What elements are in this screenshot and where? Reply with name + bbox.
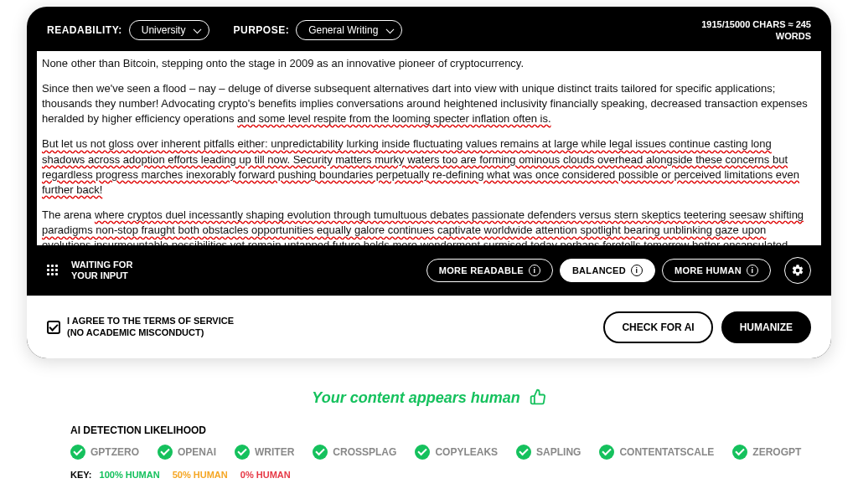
tos-text: I AGREE TO THE TERMS OF SERVICE (NO ACAD… [67, 316, 234, 337]
check-circle-icon [516, 445, 531, 460]
readability-dropdown[interactable]: University [129, 20, 210, 40]
detector-item: OPENAI [158, 445, 216, 460]
paragraph-4: The arena where cryptos duel incessantly… [42, 208, 808, 245]
detector-item: CONTENTATSCALE [599, 445, 714, 460]
detector-item: SAPLING [516, 445, 581, 460]
paragraph-3: But let us not gloss over inherent pitfa… [42, 136, 808, 198]
detector-row: GPTZEROOPENAIWRITERCROSSPLAGCOPYLEAKSSAP… [70, 445, 831, 460]
check-circle-icon [70, 445, 85, 460]
check-circle-icon [158, 445, 173, 460]
mode-toolbar: WAITING FOR YOUR INPUT MORE READABLE i B… [27, 245, 831, 296]
check-circle-icon [313, 445, 328, 460]
top-bar: READABILITY: University PURPOSE: General… [27, 7, 831, 51]
purpose-dropdown[interactable]: General Writing [296, 20, 402, 40]
result-banner: Your content appears human [27, 388, 831, 409]
check-circle-icon [415, 445, 430, 460]
detector-label: SAPLING [536, 446, 581, 458]
detector-item: WRITER [235, 445, 294, 460]
editor-panel: READABILITY: University PURPOSE: General… [27, 7, 831, 358]
detector-item: GPTZERO [70, 445, 139, 460]
more-human-button[interactable]: MORE HUMAN i [662, 259, 771, 282]
detector-label: OPENAI [178, 446, 216, 458]
info-icon: i [747, 265, 758, 276]
status-text: WAITING FOR YOUR INPUT [71, 260, 132, 280]
detector-item: ZEROGPT [732, 445, 801, 460]
footer-bar: I AGREE TO THE TERMS OF SERVICE (NO ACAD… [27, 296, 831, 358]
char-count: 1915/15000 CHARS ≈ 245 WORDS [701, 18, 811, 43]
readability-label: READABILITY: [47, 24, 122, 36]
text-editor[interactable]: None other than Bitcoin, stepping onto t… [37, 51, 821, 245]
detector-label: GPTZERO [90, 446, 139, 458]
likelihood-title: AI DETECTION LIKELIHOOD [70, 424, 831, 436]
check-circle-icon [235, 445, 250, 460]
check-circle-icon [732, 445, 747, 460]
thumbs-up-icon [530, 388, 546, 409]
detector-item: CROSSPLAG [313, 445, 396, 460]
key-row: KEY: 100% HUMAN 50% HUMAN 0% HUMAN [70, 470, 831, 480]
purpose-value: General Writing [308, 24, 378, 36]
check-circle-icon [599, 445, 614, 460]
purpose-label: PURPOSE: [233, 24, 289, 36]
gear-icon [791, 264, 804, 277]
detector-label: ZEROGPT [752, 446, 801, 458]
detector-label: COPYLEAKS [435, 446, 498, 458]
grid-icon [47, 265, 58, 275]
paragraph-1: None other than Bitcoin, stepping onto t… [42, 56, 808, 71]
readability-value: University [142, 24, 186, 36]
tos-checkbox[interactable] [47, 321, 60, 334]
more-readable-button[interactable]: MORE READABLE i [426, 259, 553, 282]
detector-label: WRITER [255, 446, 294, 458]
detector-label: CONTENTATSCALE [619, 446, 714, 458]
info-icon: i [529, 265, 540, 276]
settings-button[interactable] [784, 257, 811, 284]
likelihood-section: AI DETECTION LIKELIHOOD GPTZEROOPENAIWRI… [27, 424, 831, 480]
detector-label: CROSSPLAG [333, 446, 396, 458]
balanced-button[interactable]: BALANCED i [560, 259, 655, 282]
check-for-ai-button[interactable]: CHECK FOR AI [603, 311, 712, 343]
humanize-button[interactable]: HUMANIZE [721, 311, 811, 343]
paragraph-2: Since then we've seen a flood – nay – de… [42, 81, 808, 127]
detector-item: COPYLEAKS [415, 445, 498, 460]
info-icon: i [631, 265, 643, 276]
